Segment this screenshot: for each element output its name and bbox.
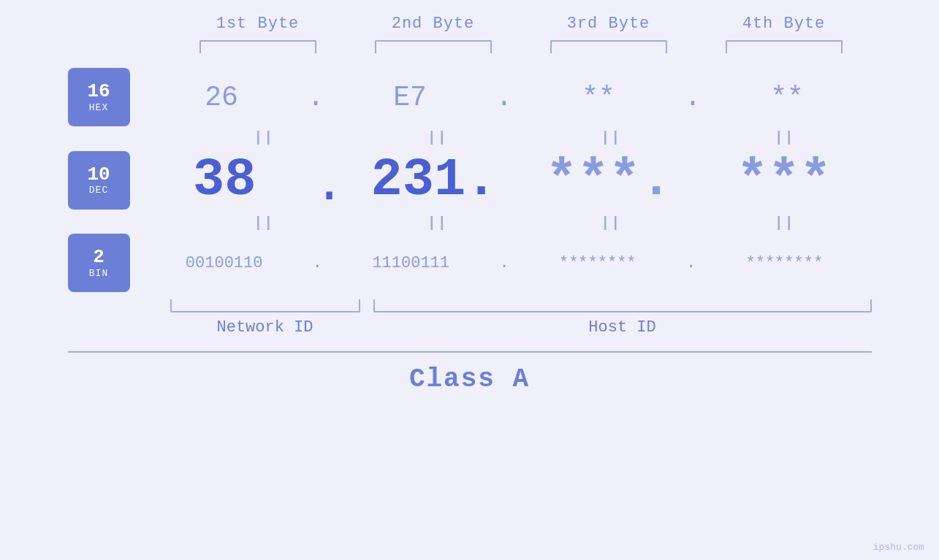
dec-b4-cell: *** bbox=[696, 150, 871, 210]
class-a-label: Class A bbox=[409, 364, 530, 394]
bin-values: 00100110 . 11100111 . ******** . *******… bbox=[137, 254, 872, 272]
eq2-sign1: || bbox=[254, 215, 274, 231]
bin-sep3: . bbox=[685, 254, 697, 272]
bin-sep1: . bbox=[311, 254, 324, 272]
bracket-3 bbox=[550, 40, 667, 53]
bracket-2 bbox=[375, 40, 492, 53]
bracket-cell-4 bbox=[696, 40, 872, 53]
hex-b2-cell: E7 bbox=[325, 82, 494, 113]
byte3-header: 3rd Byte bbox=[521, 15, 696, 33]
byte-headers: 1st Byte 2nd Byte 3rd Byte 4th Byte bbox=[170, 15, 872, 33]
eq1-sign4: || bbox=[775, 129, 795, 146]
eq2-cell4: || bbox=[698, 215, 872, 231]
eq1-cell2: || bbox=[351, 129, 525, 146]
equals-row-2: || || || || bbox=[178, 212, 872, 234]
dec-badge-label: DEC bbox=[89, 185, 108, 196]
bin-b3-cell: ******** bbox=[511, 254, 685, 272]
dec-b2-value: 231. bbox=[370, 150, 497, 210]
bin-b4-cell: ******** bbox=[697, 254, 871, 272]
watermark: ipshu.com bbox=[873, 542, 924, 553]
hex-sep3: . bbox=[683, 82, 703, 113]
eq2-cell1: || bbox=[178, 215, 351, 231]
eq1-cell3: || bbox=[525, 129, 699, 146]
bracket-cell-3 bbox=[521, 40, 696, 53]
dec-badge-number: 10 bbox=[87, 164, 110, 185]
eq1-sign2: || bbox=[427, 129, 448, 146]
bin-b1-value: 00100110 bbox=[186, 254, 263, 272]
host-id-label: Host ID bbox=[373, 318, 872, 337]
hex-b2-value: E7 bbox=[393, 82, 427, 113]
eq1-sign1: || bbox=[254, 129, 274, 146]
host-bracket bbox=[373, 299, 872, 312]
top-brackets bbox=[170, 40, 872, 53]
bottom-section: Network ID Host ID bbox=[170, 299, 872, 337]
dec-b3-cell: ***. bbox=[522, 150, 696, 210]
bin-badge-label: BIN bbox=[89, 268, 108, 279]
equals-row-1: || || || || bbox=[178, 126, 872, 148]
hex-row: 16 HEX 26 . E7 . ** . ** bbox=[68, 68, 872, 126]
hex-badge-number: 16 bbox=[87, 81, 110, 102]
hex-badge: 16 HEX bbox=[68, 68, 130, 126]
byte2-header: 2nd Byte bbox=[346, 15, 521, 33]
bin-b1-cell: 00100110 bbox=[137, 254, 311, 272]
bin-badge-number: 2 bbox=[93, 247, 104, 268]
eq2-cell2: || bbox=[351, 215, 525, 231]
hex-b4-value: ** bbox=[770, 82, 804, 113]
bracket-cell-2 bbox=[346, 40, 521, 53]
hex-b1-cell: 26 bbox=[137, 82, 306, 113]
dec-row: 10 DEC 38 . 231. ***. *** bbox=[68, 148, 872, 212]
eq1-cell4: || bbox=[698, 129, 872, 146]
hex-values: 26 . E7 . ** . ** bbox=[137, 82, 872, 113]
hex-sep1: . bbox=[306, 82, 326, 113]
bin-row: 2 BIN 00100110 . 11100111 . ******** . *… bbox=[68, 234, 872, 292]
bottom-brackets bbox=[170, 299, 872, 312]
byte4-header: 4th Byte bbox=[696, 15, 872, 33]
bin-badge: 2 BIN bbox=[68, 234, 130, 292]
dec-b1-cell: 38 bbox=[137, 150, 312, 210]
dec-b3-value: ***. bbox=[546, 150, 672, 210]
dec-b4-value: *** bbox=[737, 150, 832, 210]
hex-b1-value: 26 bbox=[205, 82, 238, 113]
dec-b1-value: 38 bbox=[193, 150, 256, 210]
dec-badge: 10 DEC bbox=[68, 151, 130, 210]
bin-b2-value: 11100111 bbox=[372, 254, 449, 272]
eq1-sign3: || bbox=[601, 129, 621, 146]
network-bracket bbox=[170, 299, 360, 312]
main-container: 1st Byte 2nd Byte 3rd Byte 4th Byte 16 H… bbox=[68, 15, 872, 394]
dec-values: 38 . 231. ***. *** bbox=[137, 148, 872, 212]
hex-b4-cell: ** bbox=[702, 82, 871, 113]
eq2-sign2: || bbox=[427, 215, 448, 231]
class-section: Class A bbox=[68, 351, 872, 394]
eq1-cell1: || bbox=[178, 129, 351, 146]
bin-b3-value: ******** bbox=[559, 254, 636, 272]
bracket-cell-1 bbox=[170, 40, 346, 53]
network-id-label: Network ID bbox=[170, 318, 360, 337]
label-row: Network ID Host ID bbox=[170, 318, 872, 337]
bin-b4-value: ******** bbox=[746, 254, 824, 272]
hex-b3-value: ** bbox=[582, 82, 615, 113]
hex-badge-label: HEX bbox=[89, 102, 108, 113]
dec-sep1: . bbox=[312, 159, 346, 212]
bin-sep2: . bbox=[498, 254, 510, 272]
byte1-header: 1st Byte bbox=[170, 15, 346, 33]
bin-b2-cell: 11100111 bbox=[324, 254, 498, 272]
eq2-sign4: || bbox=[775, 215, 795, 231]
eq2-sign3: || bbox=[601, 215, 621, 231]
bracket-1 bbox=[199, 40, 316, 53]
eq2-cell3: || bbox=[525, 215, 699, 231]
bracket-4 bbox=[726, 40, 843, 53]
hex-sep2: . bbox=[495, 82, 514, 113]
hex-b3-cell: ** bbox=[514, 82, 683, 113]
dec-b2-cell: 231. bbox=[346, 150, 521, 210]
